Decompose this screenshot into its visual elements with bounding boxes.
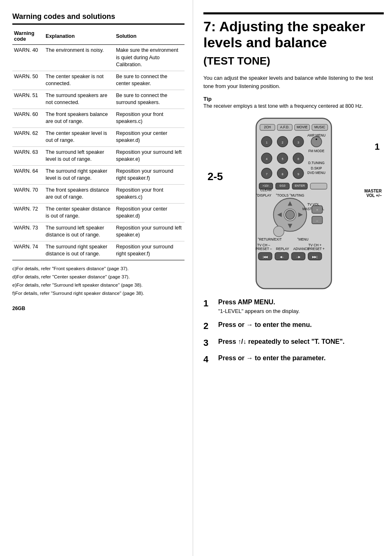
col-header-code: Warning code [12, 28, 44, 45]
table-row: WARN. 60 The front speakers balance are … [12, 109, 184, 127]
svg-text:MUSIC: MUSIC [314, 125, 325, 129]
warn-code: WARN. 72 [12, 203, 44, 222]
svg-text:6: 6 [297, 157, 299, 161]
annotation-master: MASTERVOL +/– [364, 189, 382, 198]
table-row: WARN. 63 The surround left speaker level… [12, 146, 184, 165]
warn-code: WARN. 40 [12, 45, 44, 71]
svg-text:TV CH +: TV CH + [308, 243, 321, 247]
svg-text:PRESET +: PRESET + [308, 247, 325, 251]
warn-explanation: The surround speakers are not connected. [44, 90, 114, 109]
svg-text:°TOOLS °MUTING: °TOOLS °MUTING [276, 194, 304, 197]
svg-text:5: 5 [281, 157, 283, 161]
footnote: f)For details, refer "Surround right spe… [12, 290, 184, 297]
warn-solution: Reposition your center speaker.d) [114, 203, 184, 222]
warn-solution: Reposition your surround left speaker.e) [114, 146, 184, 165]
warn-explanation: The surround right speaker distance is o… [44, 241, 114, 260]
step-number: 1 [203, 298, 218, 309]
annotation-1: 1 [375, 141, 380, 152]
warn-code: WARN. 50 [12, 71, 44, 90]
warn-explanation: The surround left speaker distance is ou… [44, 222, 114, 241]
tip-text: The receiver employs a test tone with a … [203, 103, 384, 110]
col-header-solution: Solution [114, 28, 184, 45]
step-action: Press ↑/↓ repeatedly to select "T. TONE"… [218, 338, 384, 346]
svg-text:2: 2 [281, 141, 283, 144]
warn-code: WARN. 64 [12, 165, 44, 184]
svg-text:MOVIE: MOVIE [296, 125, 307, 129]
step-action: Press AMP MENU. [218, 298, 384, 307]
warn-code: WARN. 70 [12, 184, 44, 203]
warn-explanation: The environment is noisy. [44, 45, 114, 71]
section-title: Warning codes and solutions [12, 12, 184, 25]
svg-text:>10/-: >10/- [262, 184, 269, 188]
footnotes: c)For details, refer "Front speakers dis… [12, 265, 184, 297]
tip-section: Tip The receiver employs a test tone wit… [203, 96, 384, 110]
chapter-title: 7: Adjusting the speaker levels and bala… [203, 12, 384, 51]
warn-solution: Make sure the environment is quiet durin… [114, 45, 184, 71]
warn-solution: Reposition your center speaker.d) [114, 127, 184, 146]
svg-text:–▶: –▶ [296, 255, 300, 259]
warn-explanation: The front speakers distance are out of r… [44, 184, 114, 203]
step-content: Press or → to enter the parameter. [218, 354, 384, 363]
warn-code: WARN. 63 [12, 146, 44, 165]
page-number: 26GB [12, 306, 184, 311]
warn-code: WARN. 73 [12, 222, 44, 241]
svg-text:4: 4 [265, 157, 267, 161]
svg-text:FM MODE: FM MODE [308, 149, 324, 153]
warn-explanation: The center speaker is not connected. [44, 71, 114, 90]
step-item: 1 Press AMP MENU. "1-LEVEL" appears on t… [203, 298, 384, 315]
svg-text:A.F.D.: A.F.D. [280, 125, 289, 129]
step-action: Press or → to enter the parameter. [218, 354, 384, 363]
svg-text:7: 7 [265, 172, 267, 176]
svg-text:◀–: ◀– [280, 255, 284, 259]
svg-text:9: 9 [297, 172, 299, 176]
warn-solution: Be sure to connect the center speaker. [114, 71, 184, 90]
svg-rect-41 [310, 183, 327, 189]
warn-solution: Reposition your surround left speaker.e) [114, 222, 184, 241]
step-number: 2 [203, 321, 218, 331]
svg-text:ADVANCE: ADVANCE [293, 247, 309, 251]
step-content: Press ↑/↓ repeatedly to select "T. TONE"… [218, 338, 384, 346]
step-detail: "1-LEVEL" appears on the display. [218, 308, 384, 315]
table-row: WARN. 62 The center speaker level is out… [12, 127, 184, 146]
svg-text:DVD MENU: DVD MENU [307, 171, 325, 175]
remote-illustration: 1 2-5 MASTERVOL +/– 2CH A.F.D. MOVIE MUS… [203, 117, 384, 290]
warn-code: WARN. 51 [12, 90, 44, 109]
svg-text:PRESET –: PRESET – [255, 247, 272, 251]
svg-text:1: 1 [265, 141, 267, 144]
svg-text:●: ● [315, 137, 317, 141]
svg-text:ENTER: ENTER [295, 184, 305, 188]
svg-text:REPLAY: REPLAY [276, 247, 289, 251]
footnote: e)For details, refer "Surround left spea… [12, 282, 184, 289]
svg-text:°MENU: °MENU [297, 237, 309, 241]
step-item: 2 Press or → to enter the menu. [203, 321, 384, 331]
step-content: Press or → to enter the menu. [218, 321, 384, 329]
svg-text:|◀◀: |◀◀ [263, 255, 268, 259]
svg-text:°RETURN/EXIT: °RETURN/EXIT [258, 237, 281, 241]
svg-text:▶▶|: ▶▶| [312, 255, 317, 259]
table-row: WARN. 50 The center speaker is not conne… [12, 71, 184, 90]
table-row: WARN. 73 The surround left speaker dista… [12, 222, 184, 241]
warn-solution: Reposition your front speakers.c) [114, 109, 184, 127]
warn-solution: Reposition your front speakers.c) [114, 184, 184, 203]
step-content: Press AMP MENU. "1-LEVEL" appears on the… [218, 298, 384, 315]
warn-code: WARN. 74 [12, 241, 44, 260]
warn-solution: Reposition your surround right speaker.f… [114, 241, 184, 260]
warn-explanation: The surround left speaker level is out o… [44, 146, 114, 165]
svg-text:TV CH –: TV CH – [257, 243, 270, 247]
warn-solution: Reposition your surround right speaker.f… [114, 165, 184, 184]
table-row: WARN. 74 The surround right speaker dist… [12, 241, 184, 260]
warn-solution: Be sure to connect the surround speakers… [114, 90, 184, 109]
svg-point-57 [273, 226, 284, 237]
svg-point-52 [285, 210, 294, 219]
svg-text:D.SKIP: D.SKIP [311, 167, 322, 170]
warn-explanation: The surround right speaker level is out … [44, 165, 114, 184]
svg-text:CLEAR: CLEAR [260, 188, 272, 192]
table-row: WARN. 51 The surround speakers are not c… [12, 90, 184, 109]
warn-explanation: The center speaker level is out of range… [44, 127, 114, 146]
step-number: 3 [203, 338, 218, 348]
left-column: Warning codes and solutions Warning code… [0, 0, 193, 556]
step-item: 3 Press ↑/↓ repeatedly to select "T. TON… [203, 338, 384, 348]
svg-text:8: 8 [281, 172, 283, 176]
intro-text: You can adjust the speaker levels and ba… [203, 74, 384, 90]
svg-text:+: + [316, 208, 318, 212]
